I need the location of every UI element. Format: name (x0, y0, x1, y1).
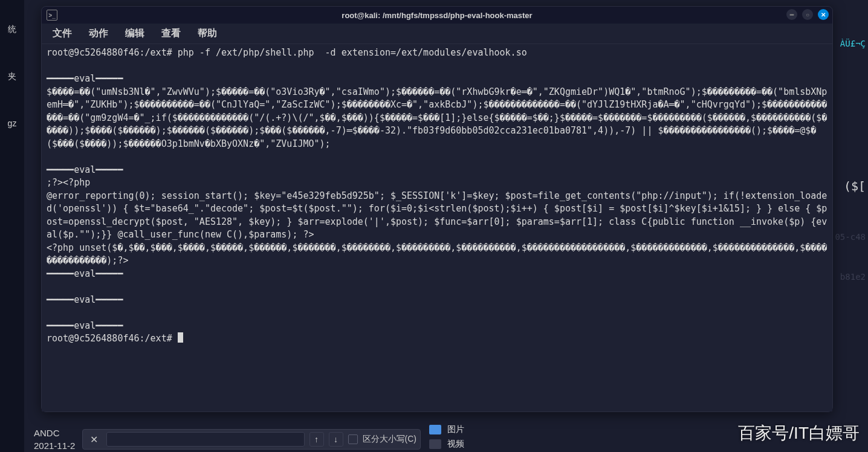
bg-fragment-3: 05-c48 (835, 232, 866, 242)
terminal-cursor (178, 332, 183, 343)
titlebar[interactable]: >_ root@kali: /mnt/hgfs/tmpssd/php-eval-… (42, 7, 832, 24)
findbar-case-label: 区分大小写(C) (363, 434, 416, 445)
findbar-search-input[interactable] (106, 432, 305, 447)
arrow-down-icon: ↓ (334, 434, 338, 444)
menubar: 文件 动作 编辑 查看 帮助 (42, 24, 832, 44)
panel-label-2: 夹 (8, 71, 16, 82)
findbar-close-button[interactable]: ✕ (86, 434, 102, 445)
panel-label-3: gz (8, 118, 17, 128)
arrow-up-icon: ↑ (314, 434, 319, 444)
close-button[interactable]: ✕ (818, 9, 829, 20)
desktop-bottom-label: ANDC 2021-11-2 (34, 427, 75, 452)
desktop-left-panel: 统 夹 gz (0, 0, 24, 452)
fm-item-pictures[interactable]: 图片 (429, 424, 464, 435)
bg-fragment-2: ($[ (844, 179, 866, 193)
maximize-button[interactable]: ○ (802, 9, 813, 20)
terminal-output[interactable]: root@9c5264880f46:/ext# php -f /ext/php/… (42, 44, 832, 412)
pictures-folder-icon (429, 425, 441, 434)
menu-view[interactable]: 查看 (154, 25, 188, 42)
bottom-label-line2: 2021-11-2 (34, 439, 75, 452)
bg-fragment-4: b81e2 (840, 272, 866, 282)
filemanager-sidebar: 图片 视频 (429, 424, 464, 450)
findbar-case-checkbox[interactable] (348, 434, 358, 444)
fm-item-videos[interactable]: 视频 (429, 439, 464, 450)
terminal-window: >_ root@kali: /mnt/hgfs/tmpssd/php-eval-… (41, 6, 833, 412)
bg-fragment-1: ÀÜ£¬Ç (840, 39, 866, 48)
fm-label-videos: 视频 (447, 439, 464, 450)
panel-label-1: 统 (8, 24, 16, 35)
window-controls: ━ ○ ✕ (786, 9, 829, 20)
bottom-label-line1: ANDC (34, 427, 75, 439)
window-title: root@kali: /mnt/hgfs/tmpssd/php-eval-hoo… (42, 11, 832, 20)
videos-folder-icon (429, 439, 441, 449)
menu-file[interactable]: 文件 (45, 25, 79, 42)
menu-edit[interactable]: 编辑 (118, 25, 152, 42)
minimize-button[interactable]: ━ (786, 9, 797, 20)
menu-help[interactable]: 帮助 (190, 25, 224, 42)
findbar-down-button[interactable]: ↓ (329, 432, 343, 447)
fm-label-pictures: 图片 (447, 424, 464, 435)
menu-action[interactable]: 动作 (82, 25, 115, 42)
findbar-up-button[interactable]: ↑ (309, 432, 324, 447)
watermark: 百家号/IT白嫖哥 (738, 422, 860, 445)
find-bar: ✕ ↑ ↓ 区分大小写(C) (82, 429, 421, 450)
